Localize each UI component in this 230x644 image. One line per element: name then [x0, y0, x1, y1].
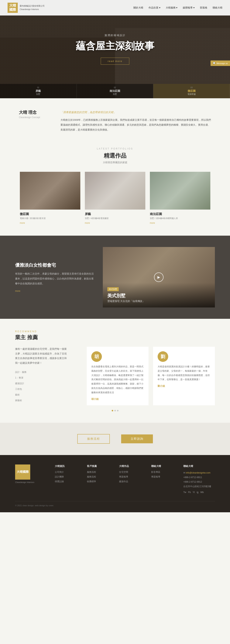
- feature-body: 有別於一般的二次交件，承蒙父母的緣分，期望屋主里幸打造全新的生活書本，以這是的問…: [15, 271, 95, 286]
- sidebar-item-4: 工程包: [15, 386, 79, 392]
- footer-col-4-item-1[interactable]: 影音專區: [151, 470, 174, 474]
- hero-nav-name-3: 微莊園: [157, 90, 226, 93]
- footer-col-1-item-2[interactable]: 設計團隊: [55, 475, 78, 478]
- recommend-avatar-1: 胡: [91, 351, 102, 362]
- footer-logo-en: Cleardesign Interiors: [15, 481, 45, 484]
- hero-nav-name-1: 屏藝: [4, 90, 73, 93]
- footer-col-4: 聯絡大晴 影音專區 專題報導: [151, 464, 174, 494]
- footer-contact-email: ✉ info@cleardesigntw.com: [183, 470, 211, 475]
- portfolio-card-1: 微莊園 電梯大樓 / 房2廳2衛3更衣室 more: [20, 172, 80, 224]
- footer-col-2-title: 客戶推薦: [87, 464, 110, 468]
- portfolio-more-1[interactable]: more: [20, 222, 80, 224]
- cta-consult-button[interactable]: 立即諮詢: [121, 434, 153, 443]
- footer-col-3-item-2[interactable]: 專題報導: [119, 475, 142, 478]
- recommend-name-2: 劉小姐: [158, 384, 210, 388]
- hero-title: 蘊含屋主深刻故事: [76, 40, 154, 52]
- concept-body: 「用專業服務您的空間，為您帶來明日的天晴」 大晴創立於2009年，已經累積服務上…: [60, 110, 211, 132]
- hero-nav-item-2[interactable]: 02 南法莊園 別墅: [77, 84, 154, 98]
- social-fb[interactable]: Fb: [188, 491, 191, 494]
- logo-box: 大晴 國際: [8, 3, 18, 13]
- footer-col-2: 客戶推薦 服務流程 服務流程 收費標準: [87, 464, 110, 494]
- footer-bottom: © 2021 clear design. web design by creer…: [15, 501, 215, 506]
- footer-social: Tw Fb Yt ig Wb: [183, 491, 211, 494]
- recommend-name-1: 胡小姐: [91, 398, 144, 401]
- recommend-dots: [15, 410, 215, 412]
- hero-nav-sub-1: 別墅: [4, 93, 73, 96]
- cta-service-button[interactable]: 服務流程: [77, 434, 110, 444]
- footer-col-3-title: 大晴作品: [119, 464, 142, 468]
- portfolio-section: LATEST PORTFOLIOS 精選作品 大晴替您專屬您的家庭 微莊園 電梯…: [0, 144, 230, 236]
- sidebar-item-5: 藝術: [15, 392, 79, 398]
- hero-subtitle: 溫潤的場域設計: [104, 34, 126, 37]
- portfolio-card-title-1: 微莊園: [20, 212, 80, 216]
- portfolio-more-2[interactable]: more: [85, 222, 145, 224]
- concept-section: 大晴 理念 Cleardesign Concept 「用專業服務您的空間，為您帶…: [0, 98, 230, 144]
- nav-item-media[interactable]: 媒體報導 ▾: [183, 6, 195, 10]
- portfolio-card-sub-1: 電梯大樓 / 房2廳2衛3更衣室: [20, 217, 80, 220]
- footer-top: 大晴國際 Cleardesign Interiors 大晴資訊 公司簡介 設計團…: [15, 464, 215, 494]
- hero-nav-name-2: 南法莊園: [80, 90, 150, 93]
- portfolio-card-sub-2: 別墅 / 4房3廳4衛電視廳室: [85, 217, 145, 220]
- feature-play-button[interactable]: ▶: [154, 272, 164, 282]
- footer-col-1-item-3[interactable]: 得獎記錄: [55, 480, 78, 483]
- nav-item-about[interactable]: 關於大晴: [134, 6, 143, 10]
- concept-text: 大晴創立於2009年，已經累積服務上百個家庭與企業。我們知道成家立業不容易，並且…: [60, 118, 211, 132]
- footer-contact-tel1: +886-2-8712-8911: [183, 475, 211, 480]
- hero-nav-sub-3: 電梯華廈: [157, 93, 226, 96]
- feature-more-link[interactable]: more: [15, 290, 20, 292]
- footer-col-4-title: 聯絡大晴: [151, 464, 174, 468]
- social-yt[interactable]: Yt: [192, 491, 195, 494]
- feature-left: 優雅淡白女性都會宅 有別於一般的二次交件，承蒙父母的緣分，期望屋主里幸打造全新的…: [15, 262, 95, 292]
- recommend-title: 業主 推薦: [15, 334, 215, 341]
- dot-3[interactable]: [117, 410, 118, 412]
- footer-col-3: 大晴作品 住宅空間 專題報導 建築作品: [119, 464, 142, 494]
- footer-col-2-item-1[interactable]: 服務流程: [87, 470, 110, 474]
- nav-item-blog[interactable]: 部落格: [200, 6, 207, 10]
- hero-nav-num-3: 03: [157, 86, 226, 89]
- recommend-card-2: 劉 大晴是值得真實的裝潢設計大樓！的聰明提的，接著是父母的家、父母的房一，每個家…: [153, 347, 215, 405]
- footer-col-4-item-2[interactable]: 專題報導: [151, 475, 174, 478]
- footer-col-3-item-3[interactable]: 建築作品: [119, 480, 142, 483]
- nav-item-portfolio[interactable]: 作品欣賞 ▾: [148, 6, 160, 10]
- nav-item-contact[interactable]: 聯絡大晴: [212, 6, 222, 10]
- recommend-text-2: 大晴是值得真實的裝潢設計大樓！的聰明提的，接著是父母的家、父母的房一，每個家庭的…: [158, 364, 210, 382]
- cta-section: 服務流程 立即諮詢: [0, 423, 230, 455]
- feature-video[interactable]: ▶ 美式別墅 美式別墅 雲端度假宅 大台北的「仙境傳說」: [103, 247, 215, 308]
- footer-email-link[interactable]: info@cleardesigntw.com: [186, 472, 210, 474]
- footer-contact-address: 台北市中山區松江315號2樓: [183, 484, 211, 489]
- feature-tag: 美式別墅: [107, 287, 119, 291]
- footer-col-2-item-3[interactable]: 收費標準: [87, 480, 110, 483]
- hero-nav-item-1[interactable]: 01 屏藝 別墅: [0, 84, 77, 98]
- concept-title-en: Cleardesign Concept: [19, 116, 49, 119]
- logo[interactable]: 大晴 國際 愛內積極設計股份有限公司 Cleardesign Interiors: [8, 3, 44, 13]
- portfolio-desc: 大晴替您專屬您的家庭: [11, 161, 219, 164]
- feature-title: 優雅淡白女性都會宅: [15, 262, 95, 268]
- nav-item-service[interactable]: 大晴服務 ▾: [166, 6, 178, 10]
- message-us-button[interactable]: 💬 Message us: [210, 60, 230, 66]
- footer-col-3-item-1[interactable]: 住宅空間: [119, 470, 142, 474]
- hero-read-more-button[interactable]: read more: [101, 58, 129, 65]
- portfolio-img-1: [20, 172, 80, 210]
- sidebar-item-2: 1：整潔: [15, 375, 79, 380]
- portfolio-label: LATEST PORTFOLIOS: [11, 148, 219, 150]
- portfolio-more-3[interactable]: more: [150, 222, 210, 224]
- portfolio-card-3: 南法莊園 別墅 / 3房4廳4衛衣帽間傭人房 more: [150, 172, 210, 224]
- footer-col-2-item-2[interactable]: 服務流程: [87, 475, 110, 478]
- social-tw[interactable]: Tw: [183, 491, 186, 494]
- footer-logo-box: 大晴國際: [15, 464, 30, 480]
- recommend-desc: 擁有一處舒適溫暖的住宅空間，是我們每一個業主夢，大晴設計讓業主幸福感提升，亦為了…: [15, 347, 68, 366]
- dot-2[interactable]: [114, 410, 116, 412]
- footer-contact-tel2: +886-2-8712-8912: [183, 480, 211, 484]
- dot-1[interactable]: [112, 410, 113, 412]
- portfolio-card-title-2: 屏藝: [85, 212, 145, 216]
- footer-col-1: 大晴資訊 公司簡介 設計團隊 得獎記錄: [55, 464, 78, 494]
- portfolio-card-title-3: 南法莊園: [150, 212, 210, 216]
- social-wb[interactable]: Wb: [200, 491, 204, 494]
- recommend-label: RECOMMEND: [15, 330, 215, 333]
- recommend-sidebar: 設計・服務 1：整潔 建築設計 工程包 藝術 家藝術: [15, 369, 79, 403]
- hero-nav-item-3[interactable]: 03 微莊園 電梯華廈: [153, 84, 230, 98]
- sidebar-item-1: 設計・服務: [15, 369, 79, 375]
- concept-left: 大晴 理念 Cleardesign Concept: [19, 110, 49, 132]
- social-ig[interactable]: ig: [197, 491, 198, 494]
- footer-col-1-item-1[interactable]: 公司簡介: [55, 470, 78, 474]
